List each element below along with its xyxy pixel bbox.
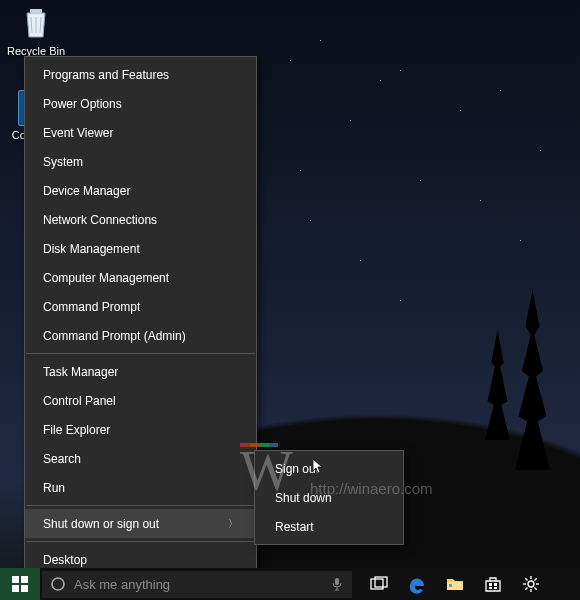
gear-icon xyxy=(521,574,541,594)
menu-separator xyxy=(26,505,255,506)
svg-rect-12 xyxy=(494,583,497,586)
chevron-right-icon: 〉 xyxy=(228,517,238,531)
task-view-button[interactable] xyxy=(360,568,398,600)
menu-item-label: File Explorer xyxy=(43,423,110,437)
menu-item-task-manager[interactable]: Task Manager xyxy=(25,357,256,386)
folder-icon xyxy=(445,574,465,594)
submenu-item-label: Shut down xyxy=(275,491,332,505)
taskbar-icons xyxy=(360,568,550,600)
menu-separator xyxy=(26,541,255,542)
menu-item-search[interactable]: Search xyxy=(25,444,256,473)
submenu-item-sign-out[interactable]: Sign out xyxy=(255,454,403,483)
taskbar-settings[interactable] xyxy=(512,568,550,600)
menu-item-label: Desktop xyxy=(43,553,87,567)
svg-rect-13 xyxy=(489,587,492,589)
svg-line-22 xyxy=(525,588,527,590)
menu-item-programs-and-features[interactable]: Programs and Features xyxy=(25,60,256,89)
menu-item-label: Device Manager xyxy=(43,184,130,198)
menu-item-label: Task Manager xyxy=(43,365,118,379)
taskbar-store[interactable] xyxy=(474,568,512,600)
submenu-item-restart[interactable]: Restart xyxy=(255,512,403,541)
start-button[interactable] xyxy=(0,568,40,600)
store-icon xyxy=(483,574,503,594)
menu-item-label: Disk Management xyxy=(43,242,140,256)
menu-item-label: Search xyxy=(43,452,81,466)
menu-item-label: Shut down or sign out xyxy=(43,517,159,531)
taskbar-edge[interactable] xyxy=(398,568,436,600)
menu-item-label: Network Connections xyxy=(43,213,157,227)
menu-item-label: Command Prompt (Admin) xyxy=(43,329,186,343)
svg-line-23 xyxy=(535,578,537,580)
menu-item-command-prompt[interactable]: Command Prompt xyxy=(25,292,256,321)
desktop-icon-recycle-bin[interactable]: Recycle Bin xyxy=(6,6,66,57)
menu-item-network-connections[interactable]: Network Connections xyxy=(25,205,256,234)
menu-item-label: Event Viewer xyxy=(43,126,113,140)
menu-item-device-manager[interactable]: Device Manager xyxy=(25,176,256,205)
svg-rect-0 xyxy=(30,9,42,13)
menu-item-label: Control Panel xyxy=(43,394,116,408)
svg-point-15 xyxy=(528,581,534,587)
svg-rect-2 xyxy=(21,576,28,583)
task-view-icon xyxy=(369,574,389,594)
menu-item-system[interactable]: System xyxy=(25,147,256,176)
recycle-bin-icon xyxy=(18,6,54,42)
menu-item-disk-management[interactable]: Disk Management xyxy=(25,234,256,263)
submenu-item-label: Sign out xyxy=(275,462,319,476)
svg-point-5 xyxy=(52,578,64,590)
svg-line-21 xyxy=(535,588,537,590)
menu-item-power-options[interactable]: Power Options xyxy=(25,89,256,118)
menu-item-label: Run xyxy=(43,481,65,495)
search-placeholder: Ask me anything xyxy=(74,577,330,592)
svg-rect-10 xyxy=(449,584,452,587)
menu-item-label: Command Prompt xyxy=(43,300,140,314)
menu-item-event-viewer[interactable]: Event Viewer xyxy=(25,118,256,147)
menu-item-label: Computer Management xyxy=(43,271,169,285)
svg-line-20 xyxy=(525,578,527,580)
svg-rect-6 xyxy=(335,578,339,585)
menu-item-label: Power Options xyxy=(43,97,122,111)
cortana-icon xyxy=(50,576,66,592)
svg-rect-11 xyxy=(489,583,492,586)
svg-rect-3 xyxy=(12,585,19,592)
menu-item-label: System xyxy=(43,155,83,169)
svg-rect-4 xyxy=(21,585,28,592)
menu-item-file-explorer[interactable]: File Explorer xyxy=(25,415,256,444)
menu-item-control-panel[interactable]: Control Panel xyxy=(25,386,256,415)
menu-item-label: Programs and Features xyxy=(43,68,169,82)
menu-item-computer-management[interactable]: Computer Management xyxy=(25,263,256,292)
menu-separator xyxy=(26,353,255,354)
menu-item-shut-down-or-sign-out[interactable]: Shut down or sign out〉 xyxy=(25,509,256,538)
menu-item-command-prompt-admin[interactable]: Command Prompt (Admin) xyxy=(25,321,256,350)
shutdown-submenu: Sign outShut downRestart xyxy=(254,450,404,545)
submenu-item-label: Restart xyxy=(275,520,314,534)
windows-logo-icon xyxy=(12,576,28,592)
svg-rect-1 xyxy=(12,576,19,583)
taskbar-file-explorer[interactable] xyxy=(436,568,474,600)
svg-rect-14 xyxy=(494,587,497,589)
taskbar-search[interactable]: Ask me anything xyxy=(42,571,352,598)
menu-item-run[interactable]: Run xyxy=(25,473,256,502)
edge-icon xyxy=(407,574,427,594)
microphone-icon[interactable] xyxy=(330,577,344,591)
taskbar: Ask me anything xyxy=(0,568,580,600)
submenu-item-shut-down[interactable]: Shut down xyxy=(255,483,403,512)
winx-context-menu: Programs and FeaturesPower OptionsEvent … xyxy=(24,56,257,578)
